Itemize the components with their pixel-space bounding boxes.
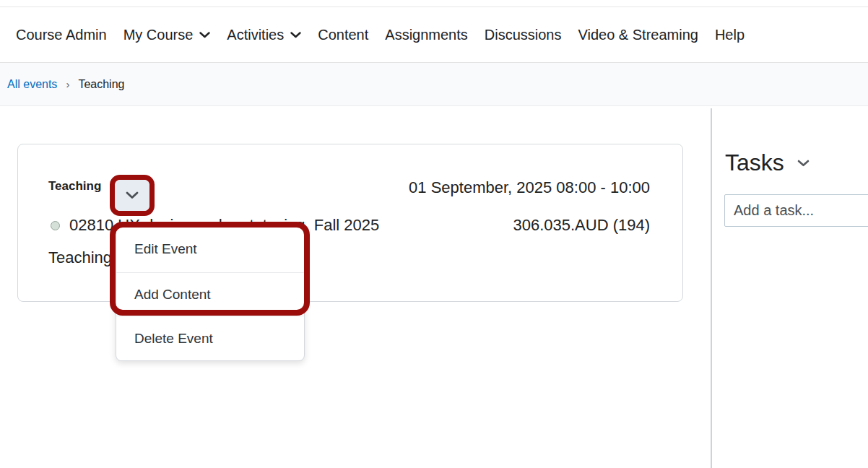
top-divider	[0, 0, 868, 7]
menu-item-delete-event[interactable]: Delete Event	[116, 316, 304, 360]
nav-item-help[interactable]: Help	[715, 27, 745, 43]
nav-label: My Course	[123, 27, 194, 43]
sidebar-divider	[711, 108, 712, 468]
nav-item-assignments[interactable]: Assignments	[385, 27, 468, 43]
nav-label: Content	[318, 27, 368, 43]
nav-label: Help	[715, 27, 745, 43]
nav-label: Discussions	[485, 27, 562, 43]
menu-item-add-content[interactable]: Add Content	[116, 272, 304, 316]
breadcrumb: All events › Teaching	[0, 63, 868, 106]
main-navbar: Course Admin My Course Activities Conten…	[0, 7, 868, 63]
nav-label: Activities	[227, 27, 284, 43]
menu-item-edit-event[interactable]: Edit Event	[116, 225, 304, 272]
nav-label: Video & Streaming	[578, 27, 698, 43]
chevron-down-icon	[199, 32, 210, 38]
breadcrumb-link-all-events[interactable]: All events	[7, 78, 57, 91]
nav-item-video-streaming[interactable]: Video & Streaming	[578, 27, 698, 43]
add-task-input[interactable]	[724, 194, 868, 227]
event-datetime: 01 September, 2025 08:00 - 10:00	[409, 178, 650, 197]
nav-item-course-admin[interactable]: Course Admin	[16, 27, 107, 43]
tasks-panel-header: Tasks	[725, 150, 810, 176]
menu-item-label: Edit Event	[134, 241, 197, 257]
nav-item-activities[interactable]: Activities	[227, 27, 301, 43]
breadcrumb-current: Teaching	[78, 78, 124, 91]
tasks-panel-title: Tasks	[725, 150, 784, 176]
event-context-menu-button[interactable]	[115, 180, 149, 211]
chevron-down-icon	[126, 191, 139, 199]
event-description: Teaching	[48, 248, 112, 267]
menu-item-label: Add Content	[134, 287, 211, 303]
breadcrumb-separator-icon: ›	[66, 78, 69, 90]
nav-item-my-course[interactable]: My Course	[123, 27, 211, 43]
event-location: 306.035.AUD (194)	[513, 216, 650, 235]
nav-item-discussions[interactable]: Discussions	[485, 27, 562, 43]
event-title: Teaching	[48, 179, 101, 194]
menu-item-label: Delete Event	[134, 331, 213, 347]
nav-item-content[interactable]: Content	[318, 27, 368, 43]
chevron-down-icon	[290, 32, 301, 38]
nav-label: Assignments	[385, 27, 468, 43]
chevron-down-icon[interactable]	[797, 160, 810, 167]
event-bullet-icon	[51, 221, 60, 230]
context-menu: Edit Event Add Content Delete Event	[116, 225, 305, 361]
nav-label: Course Admin	[16, 27, 107, 43]
